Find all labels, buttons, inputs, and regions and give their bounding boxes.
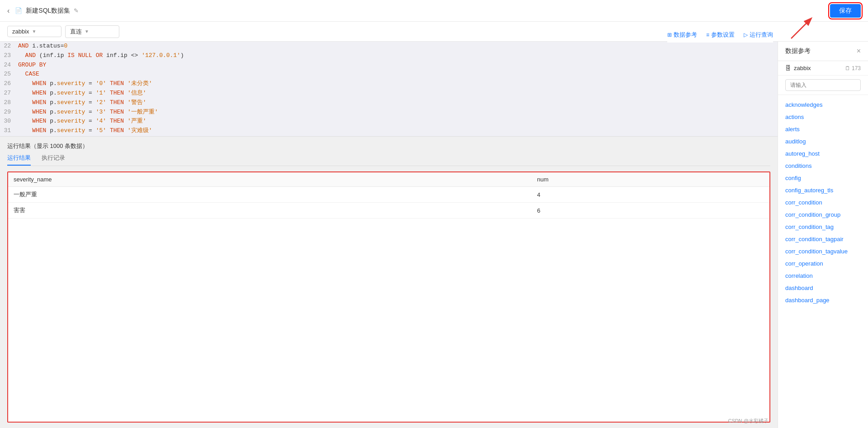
tab-exec-log[interactable]: 执行记录 (42, 154, 65, 166)
list-item[interactable]: dashboard (778, 282, 868, 294)
code-row: 28 WHEN p.severity = '2' THEN '警告' (0, 98, 778, 108)
list-item[interactable]: config (778, 172, 868, 184)
code-row: 30 WHEN p.severity = '4' THEN '严重' (0, 117, 778, 126)
table-header-row: severity_name num (8, 172, 769, 187)
col-severity-name: severity_name (8, 172, 532, 187)
cell-num-1: 6 (532, 203, 769, 219)
back-button[interactable]: ‹ (7, 7, 9, 15)
toolbar: zabbix ▼ 直连 ▼ ⊞ 数据参考 ≡ 参数设置 ▷ 运行查询 (0, 22, 868, 42)
code-table: 22 AND i.status=0 23 AND (inf.ip IS NULL… (0, 42, 778, 137)
code-row: 24 GROUP BY (0, 61, 778, 70)
datasource-arrow: ▼ (32, 29, 37, 34)
right-panel-list: acknowledges actions alerts auditlog aut… (778, 95, 868, 428)
table-row: 一般严重 4 (8, 187, 769, 203)
list-item[interactable]: acknowledges (778, 99, 868, 111)
list-item[interactable]: corr_condition_group (778, 209, 868, 221)
save-button[interactable]: 保存 (830, 4, 861, 18)
code-row: 26 WHEN p.severity = '0' THEN '未分类' (0, 79, 778, 89)
result-table: severity_name num 一般严重 4 害害 6 (8, 172, 769, 219)
code-row: 25 CASE (0, 70, 778, 79)
connection-value: 直连 (70, 28, 82, 36)
db-row: 🗄 zabbix 🗒 173 (778, 61, 868, 76)
header: ‹ 📄 新建SQL数据集 ✎ 保存 (0, 0, 868, 22)
code-row: 22 AND i.status=0 (0, 42, 778, 51)
code-row: 27 WHEN p.severity = '1' THEN '信息' (0, 89, 778, 98)
data-ref-icon: ⊞ (667, 32, 672, 38)
document-icon: 📄 (15, 7, 22, 14)
list-item[interactable]: corr_condition_tagpair (778, 233, 868, 245)
col-num: num (532, 172, 769, 187)
params-icon: ≡ (706, 32, 709, 38)
list-item[interactable]: corr_operation (778, 257, 868, 270)
right-panel-header: 数据参考 × (778, 42, 868, 61)
list-item[interactable]: corr_condition (778, 196, 868, 209)
code-row: 23 AND (inf.ip IS NULL OR inf.ip <> '127… (0, 51, 778, 61)
right-panel: 数据参考 × 🗄 zabbix 🗒 173 acknowledges actio… (778, 42, 868, 428)
list-item[interactable]: config_autoreg_tls (778, 184, 868, 196)
editor-area: 22 AND i.status=0 23 AND (inf.ip IS NULL… (0, 42, 778, 428)
list-item[interactable]: actions (778, 111, 868, 123)
code-editor[interactable]: 22 AND i.status=0 23 AND (inf.ip IS NULL… (0, 42, 778, 137)
code-row: 31 WHEN p.severity = '5' THEN '灾难级' (0, 126, 778, 136)
list-item[interactable]: conditions (778, 160, 868, 172)
main-container: 22 AND i.status=0 23 AND (inf.ip IS NULL… (0, 42, 868, 428)
cell-severity-name-0: 一般严重 (8, 187, 532, 203)
list-item[interactable]: alerts (778, 123, 868, 135)
list-item[interactable]: corr_condition_tag (778, 221, 868, 233)
connection-arrow: ▼ (85, 29, 89, 34)
table-row: 害害 6 (8, 203, 769, 219)
db-name-label: zabbix (794, 65, 811, 71)
list-item[interactable]: correlation (778, 270, 868, 282)
list-item[interactable]: corr_condition_tagvalue (778, 245, 868, 257)
code-row: 32 END, (0, 136, 778, 137)
run-icon: ▷ (744, 32, 748, 38)
code-row: 29 WHEN p.severity = '3' THEN '一般严重' (0, 108, 778, 117)
page-title: 新建SQL数据集 (26, 7, 70, 15)
list-item[interactable]: dashboard_page (778, 294, 868, 306)
db-count: 🗒 173 (845, 65, 861, 71)
watermark: CSDN @水彩橘子 (728, 418, 769, 424)
db-icon: 🗄 (785, 65, 791, 71)
result-table-container: severity_name num 一般严重 4 害害 6 (7, 171, 770, 423)
list-item[interactable]: autoreg_host (778, 147, 868, 160)
cell-num-0: 4 (532, 187, 769, 203)
data-ref-link[interactable]: ⊞ 数据参考 (667, 31, 697, 39)
cell-severity-name-1: 害害 (8, 203, 532, 219)
db-name: 🗄 zabbix (785, 65, 811, 71)
search-input[interactable] (785, 79, 861, 91)
right-panel-close-button[interactable]: × (857, 47, 861, 55)
run-query-link[interactable]: ▷ 运行查询 (744, 31, 773, 39)
search-area (778, 76, 868, 95)
connection-select[interactable]: 直连 ▼ (65, 25, 119, 38)
tab-run-result[interactable]: 运行结果 (7, 154, 31, 166)
result-tabs: 运行结果 执行记录 (7, 154, 770, 166)
result-area: 运行结果（显示 1000 条数据） 运行结果 执行记录 severity_nam… (0, 137, 778, 428)
list-item[interactable]: auditlog (778, 135, 868, 147)
edit-icon[interactable]: ✎ (74, 7, 79, 14)
datasource-select[interactable]: zabbix ▼ (7, 26, 61, 37)
right-panel-title: 数据参考 (785, 47, 811, 55)
params-link[interactable]: ≡ 参数设置 (706, 31, 735, 39)
datasource-value: zabbix (12, 28, 29, 35)
result-info: 运行结果（显示 1000 条数据） (7, 142, 770, 150)
